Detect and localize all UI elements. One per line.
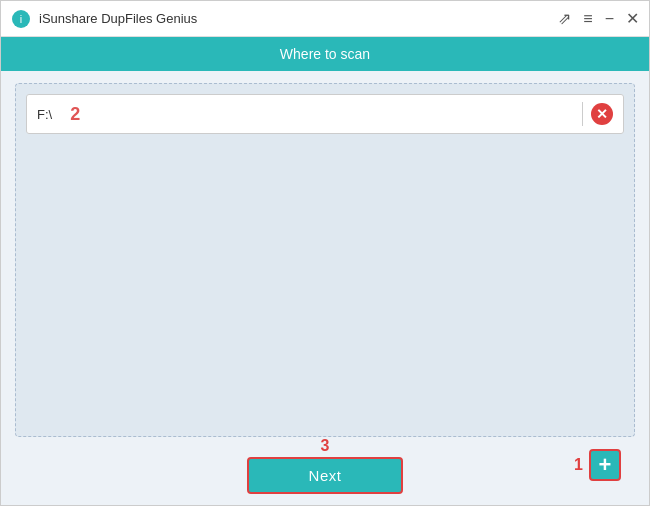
share-icon[interactable]: ⇗ [558, 9, 571, 28]
close-icon[interactable]: ✕ [626, 9, 639, 28]
next-button[interactable]: Next [247, 457, 404, 494]
scan-area: F:\ 2 ✕ [15, 83, 635, 437]
next-button-wrapper: 3 Next [247, 437, 404, 494]
app-window: i iSunshare DupFiles Genius ⇗ ≡ − ✕ Wher… [0, 0, 650, 506]
main-content: F:\ 2 ✕ 3 Next 1 + [1, 71, 649, 505]
title-bar: i iSunshare DupFiles Genius ⇗ ≡ − ✕ [1, 1, 649, 37]
step-2-label: 2 [70, 104, 80, 125]
window-controls: ⇗ ≡ − ✕ [558, 9, 639, 28]
step-1-label: 1 [574, 456, 583, 474]
folder-path-text: F:\ [37, 107, 52, 122]
section-title: Where to scan [280, 46, 370, 62]
remove-folder-button[interactable]: ✕ [591, 103, 613, 125]
svg-text:i: i [20, 13, 22, 25]
app-title: iSunshare DupFiles Genius [39, 11, 558, 26]
folder-path: F:\ 2 [37, 104, 574, 125]
app-logo: i [11, 9, 31, 29]
folder-entry-row: F:\ 2 ✕ [26, 94, 624, 134]
menu-icon[interactable]: ≡ [583, 10, 592, 28]
section-header: Where to scan [1, 37, 649, 71]
add-folder-button[interactable]: + [589, 449, 621, 481]
bottom-area: 3 Next 1 + [15, 437, 635, 493]
divider [582, 102, 583, 126]
step-3-label: 3 [321, 437, 330, 455]
minimize-icon[interactable]: − [605, 10, 614, 28]
